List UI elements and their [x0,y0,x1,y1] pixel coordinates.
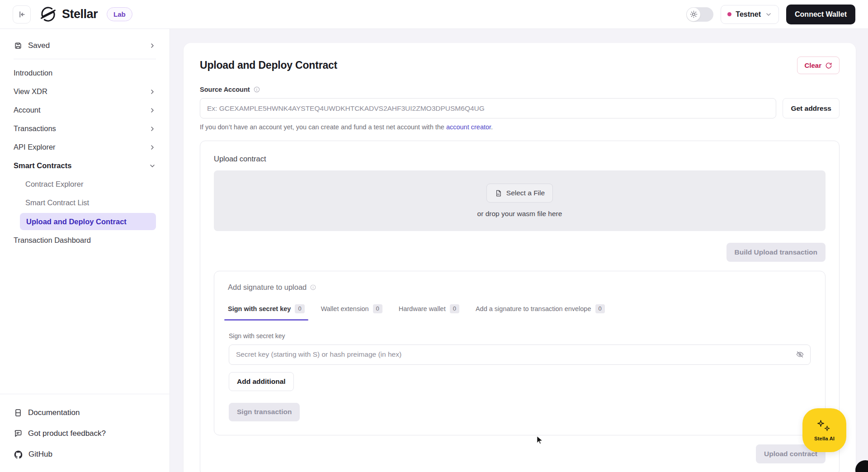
get-address-button[interactable]: Get address [783,98,840,118]
theme-toggle[interactable] [686,7,713,22]
tab-count-badge: 0 [450,304,459,313]
sparkles-icon [816,419,834,434]
select-file-button[interactable]: Select a File [486,184,553,203]
sidebar-divider [14,59,156,59]
sidebar-item-smart-contract-list[interactable]: Smart Contract List [25,194,156,212]
stellar-logo[interactable]: Stellar [40,6,98,23]
collapse-sidebar-button[interactable] [13,5,31,24]
sidebar-item-account[interactable]: Account [0,101,170,119]
sidebar-item-transactions[interactable]: Transactions [0,119,170,138]
connect-wallet-button[interactable]: Connect Wallet [786,5,855,24]
stella-ai-label: Stella AI [814,436,835,441]
add-signature-title: Add signature to upload [228,283,307,292]
chevron-right-icon [149,42,156,49]
collapse-left-icon [17,10,26,19]
secret-key-input[interactable] [229,345,811,365]
source-account-helper: If you don’t have an account yet, you ca… [200,123,840,131]
chevron-right-icon [149,144,156,151]
tab-add-signature-envelope[interactable]: Add a signature to transaction envelope … [476,304,605,321]
sidebar-item-introduction[interactable]: Introduction [0,64,170,82]
chevron-down-icon [149,162,156,170]
page-title: Upload and Deploy Contract [200,59,337,71]
book-icon [14,408,23,417]
secret-key-panel: Sign with secret key Add additional Sign… [228,332,811,421]
stellar-mark-icon [40,6,57,23]
sidebar-item-contract-explorer[interactable]: Contract Explorer [25,175,156,194]
save-icon [14,41,23,50]
lab-badge: Lab [107,7,132,21]
sidebar-item-api-explorer[interactable]: API Explorer [0,138,170,156]
tab-sign-with-secret-key[interactable]: Sign with secret key 0 [228,304,305,321]
chevron-right-icon [149,88,156,95]
sign-with-secret-key-label: Sign with secret key [229,332,811,340]
upload-contract-section-label: Upload contract [214,155,826,163]
sun-icon [687,8,700,21]
source-account-input[interactable] [200,98,776,118]
chevron-down-icon [765,11,772,18]
tab-count-badge: 0 [295,304,304,313]
tab-hardware-wallet[interactable]: Hardware wallet 0 [399,304,459,321]
refresh-icon [825,62,832,69]
sidebar-item-smart-contracts[interactable]: Smart Contracts [0,156,170,175]
upload-contract-section: Upload contract Select a File or drop yo… [200,141,840,472]
file-icon [495,189,502,197]
sidebar-item-view-xdr[interactable]: View XDR [0,82,170,101]
network-label: Testnet [736,10,761,19]
tab-count-badge: 0 [595,304,605,313]
build-upload-transaction-button[interactable]: Build Upload transaction [726,243,826,262]
upload-deploy-card: Upload and Deploy Contract Clear Source … [184,43,856,472]
drop-hint: or drop your wasm file here [477,210,562,218]
source-account-label: Source Account [200,86,250,93]
sidebar-item-upload-deploy-contract[interactable]: Upload and Deploy Contract [20,213,156,230]
top-header: Stellar Lab Testnet Connect Wallet [0,0,868,29]
github-icon [14,450,23,459]
main-area: Upload and Deploy Contract Clear Source … [170,29,868,472]
chevron-right-icon [149,125,156,132]
sidebar-item-transaction-dashboard[interactable]: Transaction Dashboard [0,231,170,250]
sidebar: Saved Introduction View XDR Account Tran… [0,29,170,472]
brand-name: Stellar [62,7,98,21]
sidebar-item-documentation[interactable]: Documentation [14,402,156,423]
wasm-dropzone[interactable]: Select a File or drop your wasm file her… [214,170,826,231]
clear-button[interactable]: Clear [797,57,840,74]
sidebar-footer: Documentation Got product feedback? GitH… [0,394,170,472]
chevron-right-icon [149,107,156,114]
eye-off-icon[interactable] [796,350,804,359]
info-icon[interactable] [310,284,316,291]
tab-wallet-extension[interactable]: Wallet extension 0 [321,304,382,321]
sign-transaction-button[interactable]: Sign transaction [229,403,300,421]
add-additional-button[interactable]: Add additional [229,372,294,391]
add-signature-section: Add signature to upload Sign with secret… [214,271,826,435]
sidebar-item-saved[interactable]: Saved [0,35,170,56]
tab-count-badge: 0 [373,304,382,313]
info-icon[interactable] [253,86,260,93]
stella-ai-button[interactable]: Stella AI [802,408,846,452]
comment-icon [14,429,23,438]
network-status-dot [727,12,731,16]
sidebar-item-feedback[interactable]: Got product feedback? [14,423,156,444]
sidebar-item-label: Saved [28,41,143,50]
signature-tabs: Sign with secret key 0 Wallet extension … [228,304,811,321]
sidebar-item-github[interactable]: GitHub [14,444,156,465]
account-creator-link[interactable]: account creator [446,123,491,131]
network-selector[interactable]: Testnet [721,5,779,24]
